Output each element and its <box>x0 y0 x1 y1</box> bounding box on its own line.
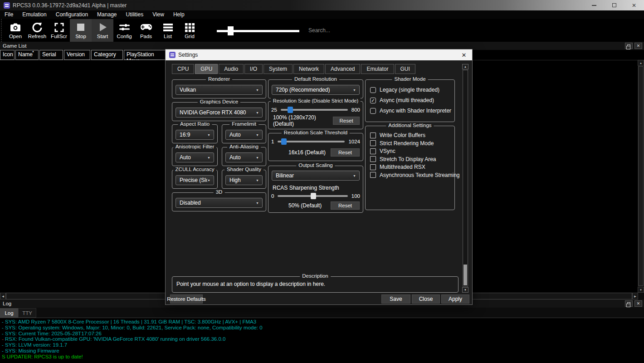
column-header-serial[interactable]: Serial <box>39 50 63 60</box>
scrollbar-groove[interactable] <box>463 70 468 287</box>
option-multithreaded-rsx[interactable]: Multithreaded RSX <box>370 163 425 171</box>
config-button[interactable]: Config <box>113 19 135 42</box>
fullscreen-button[interactable]: FullScr <box>48 19 70 42</box>
3d-select[interactable]: Disabled ▼ <box>176 198 263 208</box>
option-async-shader-interpreter[interactable]: Async with Shader Interpreter <box>370 107 451 114</box>
scroll-down-button[interactable]: ▼ <box>638 287 644 293</box>
menu-view[interactable]: View <box>148 10 169 19</box>
stop-button[interactable]: Stop <box>70 19 92 42</box>
column-header-version[interactable]: Version <box>64 50 90 60</box>
maximize-button[interactable] <box>604 0 624 10</box>
open-button[interactable]: Open <box>5 19 26 42</box>
tab-cpu[interactable]: CPU <box>172 64 194 74</box>
scroll-left-button[interactable]: ◀ <box>0 293 6 299</box>
menu-file[interactable]: File <box>0 10 18 19</box>
volume-slider[interactable] <box>217 26 299 35</box>
column-header-category[interactable]: Category <box>91 50 123 60</box>
tab-network[interactable]: Network <box>293 64 324 74</box>
menu-help[interactable]: Help <box>169 10 189 19</box>
option-vsync[interactable]: VSync <box>370 147 395 155</box>
renderer-select[interactable]: Vulkan ▼ <box>176 85 263 95</box>
checkbox[interactable] <box>370 87 376 93</box>
settings-dialog-titlebar[interactable]: Settings ✕ <box>166 49 472 60</box>
refresh-button[interactable]: Refresh <box>26 19 48 42</box>
settings-scrollbar[interactable]: ▲ ▼ <box>462 64 468 293</box>
scroll-down-button[interactable]: ▼ <box>462 287 468 293</box>
tab-gpu[interactable]: GPU <box>195 64 218 74</box>
game-list-float-button[interactable] <box>625 43 633 49</box>
tab-advanced[interactable]: Advanced <box>325 64 360 74</box>
rcas-reset-button[interactable]: Reset <box>331 201 360 210</box>
resolution-scale-slider[interactable] <box>281 109 348 111</box>
rcas-slider[interactable] <box>278 195 347 197</box>
checkbox[interactable] <box>370 164 376 170</box>
option-async-multi-threaded[interactable]: ✓ Async (multi threaded) <box>370 97 434 104</box>
checkbox[interactable] <box>370 140 376 146</box>
zcull-accuracy-value: Precise (Slowest) <box>176 177 207 183</box>
checkbox[interactable] <box>370 172 376 178</box>
default-resolution-select[interactable]: 720p (Recommended) ▼ <box>272 85 360 95</box>
graphics-device-select[interactable]: NVIDIA GeForce RTX 4080 ▼ <box>176 108 263 118</box>
checkbox[interactable] <box>370 148 376 154</box>
checkbox-checked[interactable]: ✓ <box>370 98 376 103</box>
option-async-texture-streaming[interactable]: Asynchronous Texture Streaming <box>370 172 460 179</box>
tab-audio[interactable]: Audio <box>219 64 244 74</box>
menu-manage[interactable]: Manage <box>93 10 121 19</box>
save-button[interactable]: Save <box>381 294 410 304</box>
anti-aliasing-select[interactable]: Auto ▼ <box>225 152 263 162</box>
scroll-up-button[interactable]: ▲ <box>462 64 468 69</box>
grid-view-button[interactable]: Grid <box>179 19 200 42</box>
tab-emulator[interactable]: Emulator <box>361 64 394 74</box>
apply-button[interactable]: Apply <box>441 294 469 304</box>
zcull-accuracy-select[interactable]: Precise (Slowest) ▼ <box>176 175 214 185</box>
game-list-vertical-scrollbar[interactable]: ▲ ▼ <box>638 60 644 293</box>
option-strict-rendering-mode[interactable]: Strict Rendering Mode <box>370 140 434 147</box>
option-stretch-to-display-area[interactable]: Stretch To Display Area <box>370 156 436 163</box>
volume-slider-handle[interactable] <box>228 26 234 35</box>
threshold-slider[interactable] <box>278 141 345 142</box>
start-button[interactable]: Start <box>92 19 113 42</box>
pads-button[interactable]: Pads <box>135 19 157 42</box>
tab-tty[interactable]: TTY <box>18 308 36 318</box>
close-button[interactable]: ✕ <box>624 0 644 10</box>
list-view-button[interactable]: List <box>157 19 179 42</box>
slider-handle[interactable] <box>288 107 293 113</box>
toolbar-drag-handle[interactable] <box>1 19 4 42</box>
tab-system[interactable]: System <box>263 64 293 74</box>
column-header-playstation-move[interactable]: PlayStation Move <box>124 50 166 60</box>
scroll-up-button[interactable]: ▲ <box>638 60 644 66</box>
slider-handle[interactable] <box>311 193 316 199</box>
search-input[interactable] <box>308 25 376 35</box>
checkbox[interactable] <box>370 156 376 162</box>
output-scaling-select[interactable]: Bilinear ▼ <box>272 171 360 181</box>
column-header-name[interactable]: Name▲ <box>15 50 39 60</box>
slider-handle[interactable] <box>281 138 287 145</box>
checkbox[interactable] <box>370 132 376 138</box>
tab-io[interactable]: I/O <box>244 64 263 74</box>
anisotropic-filter-select[interactable]: Auto ▼ <box>176 152 214 162</box>
tab-gui[interactable]: GUI <box>395 64 415 74</box>
resolution-scale-reset-button[interactable]: Reset <box>333 117 360 125</box>
minimize-button[interactable] <box>584 0 604 10</box>
scroll-right-button[interactable]: ▶ <box>632 293 638 299</box>
scrollbar-thumb[interactable] <box>463 265 467 285</box>
threshold-reset-button[interactable]: Reset <box>331 148 360 157</box>
log-close-button[interactable]: ✕ <box>634 300 642 307</box>
restore-defaults-button[interactable]: Restore Defaults <box>170 294 203 304</box>
settings-close-button[interactable]: ✕ <box>458 49 470 60</box>
menu-utilities[interactable]: Utilities <box>121 10 148 19</box>
menu-configuration[interactable]: Configuration <box>51 10 93 19</box>
checkbox[interactable] <box>370 108 376 114</box>
menu-emulation[interactable]: Emulation <box>18 10 51 19</box>
option-write-color-buffers[interactable]: Write Color Buffers <box>370 132 425 139</box>
game-list-close-button[interactable]: ✕ <box>634 43 642 49</box>
vertical-scrollbar-thumb[interactable] <box>638 66 644 286</box>
framelimit-select[interactable]: Auto ▼ <box>225 130 263 140</box>
tab-log[interactable]: Log <box>0 308 18 318</box>
shader-quality-select[interactable]: High ▼ <box>225 175 263 185</box>
log-float-button[interactable] <box>625 300 633 307</box>
aspect-ratio-select[interactable]: 16:9 ▼ <box>176 130 214 140</box>
close-settings-button[interactable]: Close <box>412 294 440 304</box>
column-header-icon[interactable]: Icon <box>0 50 15 60</box>
option-legacy-single-threaded[interactable]: Legacy (single threaded) <box>370 86 439 93</box>
